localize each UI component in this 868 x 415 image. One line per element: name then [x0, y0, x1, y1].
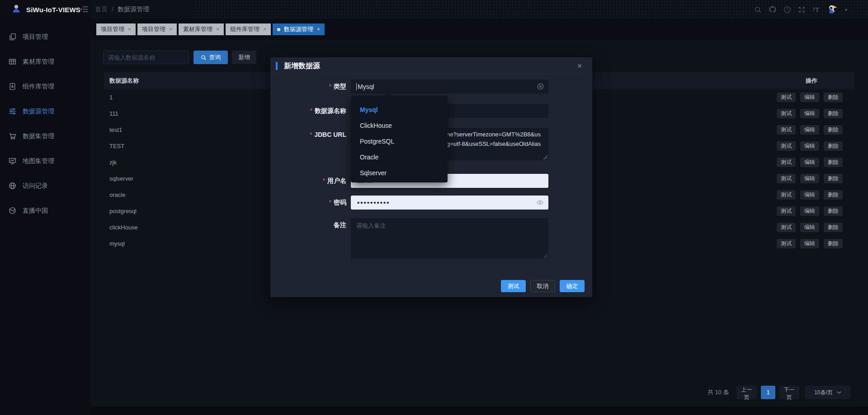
resize-handle-icon[interactable] [543, 253, 547, 258]
test-button[interactable]: 测试 [777, 239, 796, 248]
delete-button[interactable]: 删除 [824, 125, 843, 135]
type-value: Mysql [358, 83, 374, 90]
sidebar-item-dataset[interactable]: 数据集管理 [0, 124, 90, 149]
logo-avatar-icon [11, 3, 22, 16]
remark-textarea[interactable] [351, 218, 548, 259]
current-page[interactable]: 1 [761, 386, 775, 399]
edit-button[interactable]: 编辑 [800, 206, 819, 216]
tab-数据源管理-active[interactable]: 数据源管理 × [273, 23, 325, 35]
delete-button[interactable]: 删除 [824, 93, 843, 102]
close-icon[interactable]: × [317, 26, 320, 33]
dropdown-option-mysql[interactable]: Mysql [351, 102, 448, 118]
confirm-button[interactable]: 确定 [560, 280, 585, 292]
close-icon[interactable]: × [128, 26, 131, 33]
breadcrumb-current: 数据源管理 [118, 5, 149, 14]
type-dropdown-panel: MysqlClickHousePostgreSQLOracleSqlserver [351, 96, 448, 182]
type-select-input[interactable]: Mysql [351, 79, 548, 93]
next-page-button[interactable]: 下一页 [779, 386, 799, 399]
delete-button[interactable]: 删除 [824, 141, 843, 151]
tab-组件库管理[interactable]: 组件库管理 × [226, 23, 271, 35]
sidebar-item-material-library[interactable]: 素材库管理 [0, 49, 90, 74]
delete-button[interactable]: 删除 [824, 206, 843, 216]
sidebar-item-datasource[interactable]: 数据源管理 [0, 99, 90, 124]
search-icon[interactable] [754, 6, 762, 14]
edit-button[interactable]: 编辑 [800, 93, 819, 102]
test-button[interactable]: 测试 [777, 109, 796, 118]
test-button[interactable]: 测试 [501, 280, 526, 292]
eye-icon[interactable] [536, 199, 544, 208]
test-button[interactable]: 测试 [777, 125, 796, 135]
datasource-name: sqlserver [109, 171, 133, 187]
edit-button[interactable]: 编辑 [800, 158, 819, 167]
pagination: 共 10 条 上一页 1 下一页 10条/页 [90, 386, 868, 399]
page-size-select[interactable]: 10条/页 [805, 386, 850, 399]
tab-项目管理[interactable]: 项目管理 × [137, 23, 177, 35]
header-icon-group: ? TT ▾ [754, 0, 847, 19]
help-icon[interactable]: ? [783, 6, 791, 14]
edit-button[interactable]: 编辑 [800, 141, 819, 151]
resize-handle-icon[interactable] [543, 155, 547, 159]
close-icon[interactable]: × [169, 26, 172, 33]
font-size-icon[interactable]: TT [812, 6, 819, 14]
edit-button[interactable]: 编辑 [800, 239, 819, 248]
atlas-icon [8, 157, 16, 165]
dropdown-option-oracle[interactable]: Oracle [351, 149, 448, 165]
cancel-button[interactable]: 取消 [530, 280, 555, 292]
close-icon[interactable]: × [216, 26, 219, 33]
clear-icon[interactable] [537, 83, 544, 91]
menu-fold-icon[interactable] [80, 5, 88, 15]
password-input[interactable]: •••••••••• [351, 196, 548, 210]
title-accent-bar [276, 62, 278, 70]
add-button[interactable]: 新增 [232, 51, 256, 64]
dropdown-option-clickhouse[interactable]: ClickHouse [351, 118, 448, 134]
prev-page-button[interactable]: 上一页 [736, 386, 757, 399]
name-label: 数据源名称 [270, 104, 346, 118]
sidebar-item-atlas[interactable]: 地图集管理 [0, 149, 90, 173]
delete-button[interactable]: 删除 [824, 190, 843, 200]
test-button[interactable]: 测试 [777, 190, 796, 200]
delete-button[interactable]: 删除 [824, 239, 843, 248]
type-label: 类型 [270, 79, 346, 93]
open-tabs-bar: 项目管理 × 项目管理 × 素材库管理 × 组件库管理 × 数据源管理 × [90, 19, 868, 40]
close-icon[interactable]: ✕ [577, 57, 582, 75]
breadcrumb-home[interactable]: 首页 [95, 5, 108, 14]
row-actions: 测试编辑删除 [777, 223, 843, 232]
row-actions: 测试编辑删除 [777, 190, 843, 200]
edit-button[interactable]: 编辑 [800, 174, 819, 183]
edit-button[interactable]: 编辑 [800, 223, 819, 232]
sidebar-item-visit-log[interactable]: 访问记录 [0, 173, 90, 198]
test-button[interactable]: 测试 [777, 174, 796, 183]
delete-button[interactable]: 删除 [824, 223, 843, 232]
close-icon[interactable]: × [263, 26, 266, 33]
test-button[interactable]: 测试 [777, 206, 796, 216]
datasource-name: zjk [109, 154, 117, 171]
tab-素材库管理[interactable]: 素材库管理 × [179, 23, 224, 35]
app-logo: SiWu-IoT-VIEWS [0, 0, 90, 19]
test-button[interactable]: 测试 [777, 141, 796, 151]
tab-项目管理[interactable]: 项目管理 × [96, 23, 136, 35]
edit-button[interactable]: 编辑 [800, 125, 819, 135]
sidebar-item-live-china[interactable]: 直播中国 [0, 198, 90, 223]
text-cursor [356, 83, 357, 90]
fullscreen-icon[interactable] [798, 6, 806, 14]
user-avatar[interactable] [826, 4, 838, 16]
sidebar-item-project[interactable]: 项目管理 [0, 24, 90, 49]
search-button[interactable]: 查询 [193, 51, 228, 64]
test-button[interactable]: 测试 [777, 93, 796, 102]
dropdown-option-postgresql[interactable]: PostgreSQL [351, 134, 448, 149]
edit-button[interactable]: 编辑 [800, 109, 819, 118]
active-dot-icon [277, 28, 280, 31]
dropdown-option-sqlserver[interactable]: Sqlserver [351, 165, 448, 181]
caret-down-icon[interactable]: ▾ [845, 7, 847, 12]
sidebar-item-component-library[interactable]: 组件库管理 [0, 74, 90, 99]
jdbc-label: JDBC URL [270, 128, 346, 142]
test-button[interactable]: 测试 [777, 158, 796, 167]
edit-button[interactable]: 编辑 [800, 190, 819, 200]
svg-text:?: ? [786, 7, 788, 12]
test-button[interactable]: 测试 [777, 223, 796, 232]
github-icon[interactable] [769, 5, 777, 14]
delete-button[interactable]: 删除 [824, 109, 843, 118]
delete-button[interactable]: 删除 [824, 174, 843, 183]
search-input[interactable] [103, 51, 189, 64]
delete-button[interactable]: 删除 [824, 158, 843, 167]
